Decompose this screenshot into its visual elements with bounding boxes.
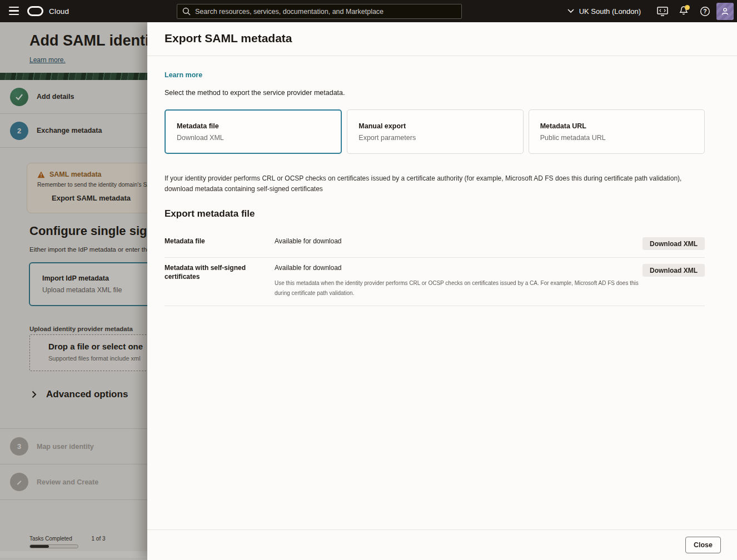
method-subtitle: Download XML: [177, 134, 341, 142]
region-selector[interactable]: UK South (London): [567, 7, 641, 16]
method-title: Metadata file: [177, 122, 341, 130]
export-metadata-file-title: Export metadata file: [165, 208, 705, 219]
notification-badge: [685, 5, 690, 10]
table-row-metadata-file: Metadata file Available for download Dow…: [165, 231, 705, 258]
help-icon[interactable]: ?: [694, 0, 715, 22]
table-row-metadata-self-signed: Metadata with self-signed certificates A…: [165, 258, 705, 306]
crl-ocsp-note: If your identity provider performs CRL o…: [165, 173, 705, 194]
close-button[interactable]: Close: [685, 537, 721, 553]
export-saml-metadata-panel: Export SAML metadata Learn more Select t…: [147, 22, 737, 560]
method-subtitle: Export parameters: [358, 134, 522, 142]
oracle-logo-icon: [27, 6, 43, 16]
panel-learn-more-link[interactable]: Learn more: [165, 71, 202, 79]
download-xml-button[interactable]: Download XML: [643, 237, 705, 250]
search-input[interactable]: [195, 8, 456, 16]
svg-text:?: ?: [703, 8, 706, 14]
panel-header: Export SAML metadata: [147, 22, 737, 56]
method-subtitle: Public metadata URL: [540, 134, 704, 142]
method-card-manual-export[interactable]: Manual export Export parameters: [347, 109, 523, 154]
method-title: Manual export: [358, 122, 522, 130]
region-label: UK South (London): [579, 7, 641, 16]
topbar-actions: UK South (London) ?: [567, 0, 737, 22]
panel-body: Learn more Select the method to export t…: [147, 56, 737, 306]
menu-icon[interactable]: [9, 7, 19, 15]
background-page: Add SAML identity pro Learn more. Add de…: [0, 22, 147, 560]
export-files-table: Metadata file Available for download Dow…: [165, 231, 705, 306]
person-icon: [720, 7, 730, 16]
row-label: Metadata file: [165, 237, 259, 246]
export-method-cards: Metadata file Download XML Manual export…: [165, 109, 705, 154]
cloud-shell-icon[interactable]: [652, 0, 673, 22]
topbar: Cloud UK South (London): [0, 0, 737, 22]
user-avatar[interactable]: [716, 3, 734, 20]
global-search[interactable]: [177, 4, 462, 19]
panel-footer: Close: [147, 529, 737, 560]
search-icon: [182, 7, 191, 16]
method-card-metadata-file[interactable]: Metadata file Download XML: [165, 109, 342, 154]
brand-label: Cloud: [49, 7, 69, 16]
row-status: Available for download: [275, 264, 643, 272]
method-card-metadata-url[interactable]: Metadata URL Public metadata URL: [529, 109, 705, 154]
notifications-icon[interactable]: [673, 0, 694, 22]
method-title: Metadata URL: [540, 122, 704, 130]
panel-intro-text: Select the method to export the service …: [165, 89, 705, 97]
chevron-down-icon: [567, 9, 574, 13]
row-status: Available for download: [275, 237, 643, 245]
panel-title: Export SAML metadata: [165, 32, 737, 45]
modal-dim-overlay: [0, 22, 147, 560]
row-label: Metadata with self-signed certificates: [165, 264, 259, 281]
brand[interactable]: Cloud: [27, 0, 69, 22]
download-xml-button[interactable]: Download XML: [643, 264, 705, 277]
row-description: Use this metadata when the identity prov…: [275, 278, 641, 298]
